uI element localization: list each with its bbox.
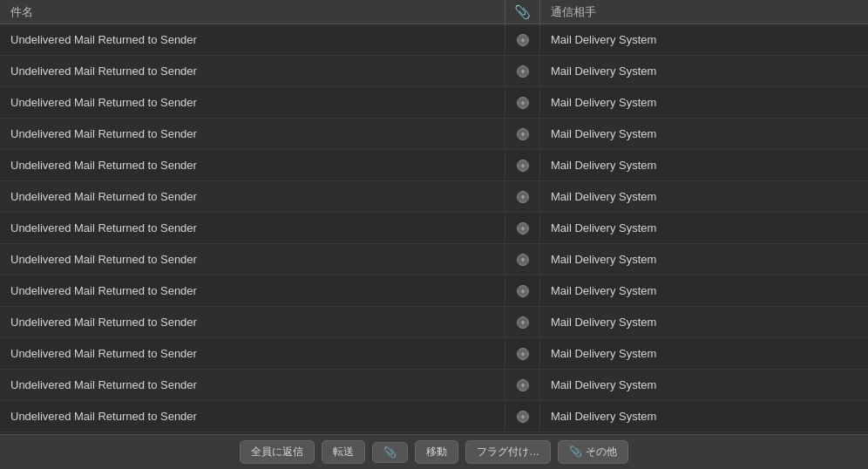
table-row[interactable]: Undelivered Mail Returned to Sender Mail… bbox=[0, 307, 868, 338]
row-subject: Undelivered Mail Returned to Sender bbox=[0, 338, 505, 369]
table-row[interactable]: Undelivered Mail Returned to Sender Mail… bbox=[0, 244, 868, 275]
row-contact: Mail Delivery System bbox=[540, 244, 868, 275]
row-contact: Mail Delivery System bbox=[540, 275, 868, 306]
status-dot bbox=[517, 285, 529, 297]
contact-column-header: 通信相手 bbox=[540, 0, 868, 24]
row-contact: Mail Delivery System bbox=[540, 307, 868, 337]
email-rows: Undelivered Mail Returned to Sender Mail… bbox=[0, 24, 868, 434]
status-dot bbox=[517, 34, 529, 46]
status-dot bbox=[517, 222, 529, 234]
row-subject: Undelivered Mail Returned to Sender bbox=[0, 24, 505, 55]
row-contact: Mail Delivery System bbox=[540, 370, 868, 400]
table-row[interactable]: Undelivered Mail Returned to Sender Mail… bbox=[0, 275, 868, 307]
table-header: 件名 📎 通信相手 bbox=[0, 0, 868, 24]
row-status-icon bbox=[505, 338, 540, 369]
more-button[interactable]: 📎 その他 bbox=[558, 440, 627, 464]
flag-button[interactable]: フラグ付け… bbox=[465, 440, 551, 464]
row-status-icon bbox=[505, 56, 540, 86]
status-dot bbox=[517, 191, 529, 203]
row-status-icon bbox=[505, 119, 540, 149]
status-dot bbox=[517, 348, 529, 360]
status-dot bbox=[517, 97, 529, 109]
attachment-icon: 📎 bbox=[514, 4, 531, 20]
row-contact: Mail Delivery System bbox=[540, 401, 868, 432]
row-subject: Undelivered Mail Returned to Sender bbox=[0, 87, 505, 118]
row-status-icon bbox=[505, 24, 540, 55]
table-row[interactable]: Undelivered Mail Returned to Sender Mail… bbox=[0, 213, 868, 244]
toolbar: 全員に返信転送📎移動フラグ付け…📎 その他 bbox=[0, 434, 868, 469]
table-row[interactable]: Undelivered Mail Returned to Sender Mail… bbox=[0, 24, 868, 56]
row-status-icon bbox=[505, 150, 540, 180]
row-contact: Mail Delivery System bbox=[540, 24, 868, 55]
row-subject: Undelivered Mail Returned to Sender bbox=[0, 401, 505, 432]
row-subject: Undelivered Mail Returned to Sender bbox=[0, 275, 505, 306]
table-row[interactable]: Undelivered Mail Returned to Sender Mail… bbox=[0, 338, 868, 370]
move-button[interactable]: 移動 bbox=[415, 440, 458, 464]
row-status-icon bbox=[505, 213, 540, 243]
row-status-icon bbox=[505, 307, 540, 337]
row-contact: Mail Delivery System bbox=[540, 338, 868, 369]
table-row[interactable]: Undelivered Mail Returned to Sender Mail… bbox=[0, 401, 868, 432]
status-dot bbox=[517, 379, 529, 391]
row-contact: Mail Delivery System bbox=[540, 213, 868, 243]
status-dot bbox=[517, 128, 529, 140]
row-subject: Undelivered Mail Returned to Sender bbox=[0, 307, 505, 337]
status-dot bbox=[517, 254, 529, 266]
subject-label: 件名 bbox=[10, 4, 33, 20]
row-subject: Undelivered Mail Returned to Sender bbox=[0, 213, 505, 243]
table-row[interactable]: Undelivered Mail Returned to Sender Mail… bbox=[0, 119, 868, 150]
table-row[interactable]: Undelivered Mail Returned to Sender Mail… bbox=[0, 56, 868, 87]
table-row[interactable]: Undelivered Mail Returned to Sender Mail… bbox=[0, 87, 868, 119]
row-status-icon bbox=[505, 244, 540, 275]
row-contact: Mail Delivery System bbox=[540, 181, 868, 212]
forward-button[interactable]: 転送 bbox=[322, 440, 365, 464]
reply-all-button[interactable]: 全員に返信 bbox=[240, 440, 315, 464]
row-contact: Mail Delivery System bbox=[540, 87, 868, 118]
status-dot bbox=[517, 160, 529, 172]
table-row[interactable]: Undelivered Mail Returned to Sender Mail… bbox=[0, 150, 868, 181]
row-subject: Undelivered Mail Returned to Sender bbox=[0, 181, 505, 212]
status-dot bbox=[517, 411, 529, 423]
table-row[interactable]: Undelivered Mail Returned to Sender Mail… bbox=[0, 370, 868, 401]
row-status-icon bbox=[505, 87, 540, 118]
row-subject: Undelivered Mail Returned to Sender bbox=[0, 150, 505, 180]
row-subject: Undelivered Mail Returned to Sender bbox=[0, 56, 505, 86]
status-dot bbox=[517, 65, 529, 78]
row-status-icon bbox=[505, 370, 540, 400]
table-row[interactable]: Undelivered Mail Returned to Sender Mail… bbox=[0, 181, 868, 213]
subject-column-header: 件名 bbox=[0, 0, 505, 24]
email-list-container: 件名 📎 通信相手 Undelivered Mail Returned to S… bbox=[0, 0, 868, 469]
status-dot bbox=[517, 316, 529, 329]
row-status-icon bbox=[505, 275, 540, 306]
attachment-button[interactable]: 📎 bbox=[372, 442, 408, 463]
contact-label: 通信相手 bbox=[551, 4, 596, 20]
row-contact: Mail Delivery System bbox=[540, 56, 868, 86]
attachment-column-header: 📎 bbox=[505, 0, 540, 24]
row-contact: Mail Delivery System bbox=[540, 119, 868, 149]
row-status-icon bbox=[505, 401, 540, 432]
row-subject: Undelivered Mail Returned to Sender bbox=[0, 244, 505, 275]
row-subject: Undelivered Mail Returned to Sender bbox=[0, 119, 505, 149]
row-subject: Undelivered Mail Returned to Sender bbox=[0, 370, 505, 400]
row-contact: Mail Delivery System bbox=[540, 150, 868, 180]
row-status-icon bbox=[505, 181, 540, 212]
